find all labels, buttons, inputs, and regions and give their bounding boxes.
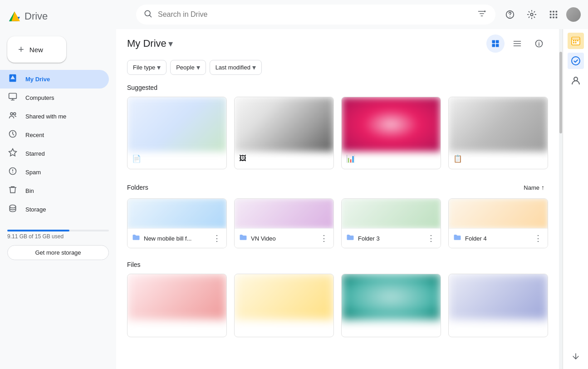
recent-icon [7,129,18,141]
folder-thumbnail-4 [449,199,548,228]
folder-footer-1: New mobile bill f... ⋮ [127,228,226,248]
list-item[interactable]: VN Video ⋮ [234,198,334,248]
people-filter[interactable]: People ▾ [170,60,206,75]
file-type-label: File type [133,64,155,71]
sidebar-item-shared-with-me[interactable]: Shared with me [0,107,109,126]
search-filter-icon[interactable] [475,7,488,22]
file-type-icon-4: 📋 [453,154,462,163]
folders-header: Folders Name ↑ [116,178,559,198]
tasks-panel-icon[interactable] [568,53,584,69]
folder-more-button-4[interactable]: ⋮ [533,232,543,244]
folder-name-3: Folder 3 [358,235,422,242]
svg-point-1 [10,113,13,115]
search-bar[interactable] [136,5,495,25]
folder-more-button-2[interactable]: ⋮ [319,232,329,244]
folder-footer-2: VN Video ⋮ [235,228,333,248]
bin-icon [7,185,18,197]
content-wrapper: My Drive ▾ [116,29,588,369]
apps-button[interactable] [544,5,563,24]
new-button[interactable]: + New [7,36,66,63]
content-area: My Drive ▾ [116,29,559,369]
sidebar-item-starred[interactable]: Starred [0,144,109,163]
thumb-footer-4: 📋 [449,152,548,166]
list-item[interactable] [127,274,227,337]
list-view-button[interactable] [508,34,526,53]
thumbnail-image-4 [449,97,548,152]
storage-section: 9.11 GB of 15 GB used Get more storage [7,226,109,260]
drive-logo-icon [7,9,22,24]
file-type-chevron-icon: ▾ [157,63,161,72]
name-sort-button[interactable]: Name ↑ [520,182,548,193]
scrollbar-track[interactable] [559,29,563,369]
svg-point-5 [145,10,150,16]
file-type-filter[interactable]: File type ▾ [127,60,167,75]
user-avatar[interactable] [566,7,581,22]
grid-view-button[interactable] [486,34,505,53]
list-item[interactable] [234,274,334,337]
expand-panel-button[interactable] [567,347,585,365]
view-controls [486,34,548,53]
svg-rect-22 [496,44,499,47]
folder-footer-4: Folder 4 ⋮ [449,228,548,248]
people-label: People [176,64,194,71]
folder-more-button-1[interactable]: ⋮ [212,232,222,244]
storage-bar-fill [7,230,69,231]
list-item[interactable]: 📄 [127,97,227,169]
svg-rect-14 [553,14,554,15]
get-more-storage-button[interactable]: Get more storage [7,245,109,260]
suggested-section-label: Suggested [116,80,559,97]
svg-point-8 [510,16,510,17]
sidebar-item-storage[interactable]: Storage [0,200,109,219]
list-item[interactable]: New mobile bill f... ⋮ [127,198,227,248]
right-panel [563,29,588,369]
calendar-panel-icon[interactable] [568,33,584,49]
thumb-footer-1: 📄 [127,152,226,166]
folder-thumb-bg-1 [127,199,226,228]
folder-thumbnail-1 [127,199,226,228]
folder-thumbnail-3 [342,199,441,228]
list-item[interactable] [341,274,441,337]
sidebar-item-bin[interactable]: Bin [0,182,109,200]
files-section-label: Files [116,257,559,274]
drive-page-title: My Drive [127,38,167,49]
sidebar-item-my-drive[interactable]: My Drive [0,70,109,89]
sidebar-item-label-recent: Recent [25,132,44,138]
contacts-panel-icon[interactable] [568,73,584,89]
settings-button[interactable] [523,5,541,24]
svg-rect-28 [573,42,574,44]
scrollbar-thumb[interactable] [559,52,562,133]
list-item[interactable]: Folder 4 ⋮ [448,198,548,248]
thumb-footer-2: 🖼 [235,152,333,165]
svg-rect-25 [573,40,574,41]
svg-rect-18 [556,17,558,19]
list-item[interactable]: Folder 3 ⋮ [341,198,441,248]
computers-icon [7,92,18,103]
list-item[interactable]: 🖼 [234,97,334,169]
folder-thumb-bg-3 [342,199,441,228]
storage-icon [7,204,18,215]
svg-rect-26 [575,40,576,41]
help-button[interactable] [501,5,519,24]
drive-title-chevron-icon[interactable]: ▾ [168,38,173,49]
list-item[interactable] [448,274,548,337]
sidebar-item-label-bin: Bin [25,187,34,194]
svg-rect-29 [575,42,576,44]
list-item[interactable]: 📊 [341,97,441,169]
folder-icon-4 [453,233,461,244]
last-modified-filter[interactable]: Last modified ▾ [210,60,262,75]
last-modified-label: Last modified [216,64,250,71]
sidebar-item-computers[interactable]: Computers [0,89,109,107]
storage-bar-background [7,230,109,231]
sidebar-item-label-storage: Storage [25,206,46,213]
thumbnail-image-1 [127,97,226,152]
list-item[interactable]: 📋 [448,97,548,169]
svg-rect-16 [550,17,552,19]
sidebar-item-spam[interactable]: Spam [0,163,109,182]
sidebar-item-label-spam: Spam [25,169,41,176]
sidebar-item-recent[interactable]: Recent [0,126,109,144]
svg-rect-11 [553,11,554,13]
search-input[interactable] [158,10,470,19]
folder-more-button-3[interactable]: ⋮ [426,232,436,244]
svg-rect-15 [556,14,558,15]
info-button[interactable] [530,34,548,53]
